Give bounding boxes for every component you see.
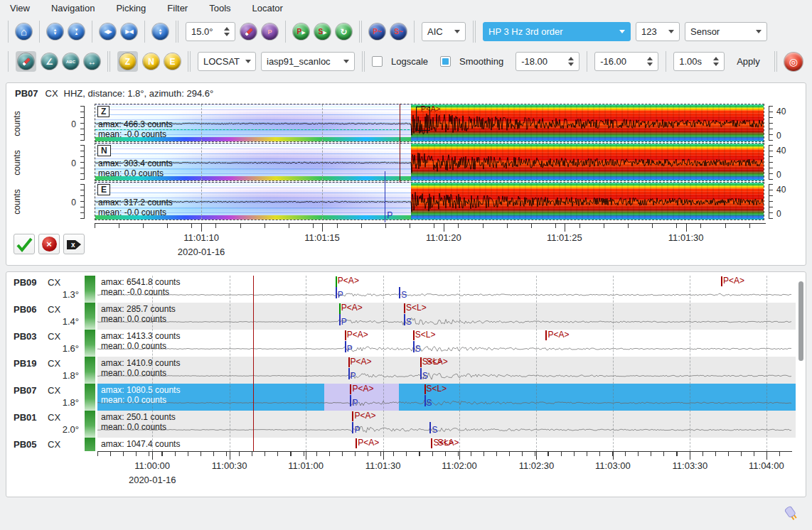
- pick-tick-top[interactable]: [420, 357, 422, 367]
- rotation-combo[interactable]: 123: [636, 22, 680, 41]
- menu-locator[interactable]: Locator: [252, 3, 283, 13]
- logscale-checkbox[interactable]: [372, 56, 383, 67]
- polarity-tool-button[interactable]: ∠: [41, 53, 58, 70]
- pick-tick-bottom[interactable]: [424, 395, 426, 406]
- pick-tick-top[interactable]: [721, 276, 722, 286]
- default-zoom-button[interactable]: ▲▼: [152, 23, 169, 40]
- separator: [359, 21, 360, 43]
- spin-arrows[interactable]: [224, 27, 230, 36]
- home-button[interactable]: ⌂: [16, 23, 32, 40]
- pick-tick-bottom[interactable]: [345, 341, 346, 352]
- station-trace[interactable]: P<A>PS<L>SP<A>amax: 1413.3 countsmean: 0…: [97, 330, 796, 357]
- relocate-button[interactable]: ↻: [336, 23, 352, 40]
- pick-tick-top[interactable]: [348, 357, 350, 367]
- station-row-pb01[interactable]: PB01CX2.0°P<A>PSamax: 250.1 countsmean: …: [6, 411, 806, 438]
- pick-tick-top[interactable]: [404, 303, 405, 313]
- locator-combo[interactable]: LOCSAT: [198, 52, 256, 71]
- pick-tick-top[interactable]: [356, 438, 357, 448]
- pick-tick-top[interactable]: [345, 330, 346, 340]
- goto-next-p-button[interactable]: P▶: [293, 23, 309, 40]
- station-row-pb19[interactable]: PB19CX1.8°P<A>PS<L>S<A>Samax: 1410.9 cou…: [6, 357, 806, 384]
- station-code-line: PB19CX: [14, 358, 80, 369]
- timespan-spinbox[interactable]: 1.00s: [673, 52, 725, 71]
- apply-picks-button[interactable]: x: [63, 234, 85, 254]
- zoom-horizontal-out-button[interactable]: ◀▶: [100, 23, 116, 40]
- pick-label-bottom: S: [415, 344, 421, 354]
- axis-major-tick: [444, 224, 444, 232]
- station-code-line: PB01CX: [14, 412, 80, 423]
- profile-combo[interactable]: iasp91_scanloc: [261, 52, 355, 71]
- pick-tick-top[interactable]: [350, 384, 351, 394]
- filter-combo[interactable]: HP 3 Hz 3rd order: [483, 22, 631, 41]
- unit-combo[interactable]: Sensor: [685, 22, 767, 41]
- menu-navigation[interactable]: Navigation: [51, 3, 95, 13]
- pick-line-red[interactable]: [400, 104, 400, 183]
- angle-spinbox[interactable]: 15.0°: [186, 22, 235, 41]
- trace-e[interactable]: Eamax: 317.2 countsmean: -0.0 counts: [95, 182, 764, 220]
- picker-combo[interactable]: AIC: [422, 22, 466, 41]
- station-row-pb05[interactable]: PB05CXP<A>S<L>S<A>amax: 1047.4 counts: [6, 438, 806, 451]
- station-label-cell: PB09CX1.3°: [6, 276, 85, 303]
- spin-arrows[interactable]: [647, 57, 653, 66]
- zoom-vertical-in-button[interactable]: ▼▲: [68, 23, 85, 40]
- vertical-scrollbar[interactable]: [798, 281, 803, 361]
- p-theoretical-button[interactable]: P~: [369, 23, 385, 40]
- goto-next-s-button[interactable]: S▶: [314, 23, 331, 40]
- quality-bar: [85, 384, 95, 411]
- station-trace[interactable]: P<A>S<L>S<A>amax: 1047.4 counts: [97, 438, 796, 451]
- component-n-button[interactable]: N: [143, 53, 159, 70]
- station-row-pb07[interactable]: PB07CX1.8°P<A>PS<L>Samax: 1080.5 countsm…: [6, 384, 806, 411]
- pick-tick-top[interactable]: [352, 411, 353, 421]
- station-row-pb03[interactable]: PB03CX1.6°P<A>PS<L>SP<A>amax: 1413.3 cou…: [6, 330, 806, 357]
- component-z-pressed[interactable]: Z: [117, 51, 138, 72]
- pick-tick-bottom[interactable]: [420, 368, 422, 379]
- max-amp-spinbox[interactable]: -16.00: [594, 52, 658, 71]
- trace-z[interactable]: Zamax: 466.3 countsmean: -0.0 countsP<A>: [95, 104, 764, 142]
- pick-tick-bottom[interactable]: [413, 341, 415, 352]
- s-theoretical-button[interactable]: S~: [390, 23, 407, 40]
- min-amp-spinbox[interactable]: -18.00: [515, 52, 579, 71]
- station-trace[interactable]: P<A>PS<L>Samax: 1080.5 countsmean: 0.0 c…: [97, 384, 796, 411]
- pick-tick-top[interactable]: [413, 330, 415, 340]
- menu-filter[interactable]: Filter: [167, 3, 188, 13]
- arrow-x-icon: x: [65, 235, 83, 254]
- trace-n[interactable]: Namax: 303.4 countsmean: 0.0 counts: [95, 143, 764, 181]
- smoothing-checkbox[interactable]: [440, 56, 451, 67]
- menu-tools[interactable]: Tools: [209, 3, 230, 13]
- pick-tick-bottom[interactable]: [399, 287, 400, 298]
- pick-tick-bottom[interactable]: [336, 287, 337, 298]
- pick-tool-button[interactable]: [240, 23, 257, 40]
- station-row-pb09[interactable]: PB09CX1.3°P<A>PSP<A>amax: 6541.8 countsm…: [6, 276, 806, 303]
- locate-button[interactable]: ◎: [784, 53, 803, 71]
- pick-flag-button[interactable]: P: [262, 23, 278, 40]
- mean-text: mean: -0.0 counts: [98, 207, 166, 217]
- spin-arrows[interactable]: [568, 57, 574, 66]
- station-trace[interactable]: P<A>PSP<A>amax: 6541.8 countsmean: -0.0 …: [97, 276, 796, 303]
- component-e-button[interactable]: E: [164, 53, 181, 70]
- zoom-horizontal-in-button[interactable]: ▶◀: [121, 23, 137, 40]
- pick-tick-bottom[interactable]: [339, 314, 341, 325]
- station-trace[interactable]: P<A>PSamax: 250.1 countsmean: 0.0 counts: [97, 411, 796, 438]
- pick-tick-bottom[interactable]: [350, 395, 351, 406]
- apply-button[interactable]: Apply: [730, 53, 767, 70]
- measure-tool-button[interactable]: ↔: [84, 53, 100, 70]
- spin-arrows[interactable]: [713, 57, 719, 66]
- pick-tick-bottom[interactable]: [429, 422, 431, 433]
- station-row-pb06[interactable]: PB06CX1.4°P<A>PS<L>Samax: 285.7 countsme…: [6, 303, 806, 330]
- station-trace[interactable]: P<A>PS<L>Samax: 285.7 countsmean: 0.0 co…: [97, 303, 796, 330]
- pick-tick-top[interactable]: [431, 438, 432, 448]
- pick-tick-bottom[interactable]: [352, 422, 353, 433]
- menu-picking[interactable]: Picking: [116, 3, 146, 13]
- p-pick-line[interactable]: [385, 171, 385, 222]
- pick-tick-bottom[interactable]: [348, 368, 350, 379]
- pick-tick-top[interactable]: [424, 384, 426, 394]
- reject-button[interactable]: ×: [38, 234, 60, 254]
- menu-view[interactable]: View: [10, 3, 30, 13]
- station-trace[interactable]: P<A>PS<L>S<A>Samax: 1410.9 countsmean: 0…: [97, 357, 796, 384]
- annotate-button-pressed[interactable]: [16, 51, 36, 72]
- confirm-button[interactable]: [14, 234, 35, 254]
- zoom-vertical-out-button[interactable]: ▲▼: [47, 23, 63, 40]
- label-tool-button[interactable]: ABC: [63, 53, 79, 70]
- pick-tick-top[interactable]: [545, 330, 547, 340]
- pick-tick-bottom[interactable]: [404, 314, 405, 325]
